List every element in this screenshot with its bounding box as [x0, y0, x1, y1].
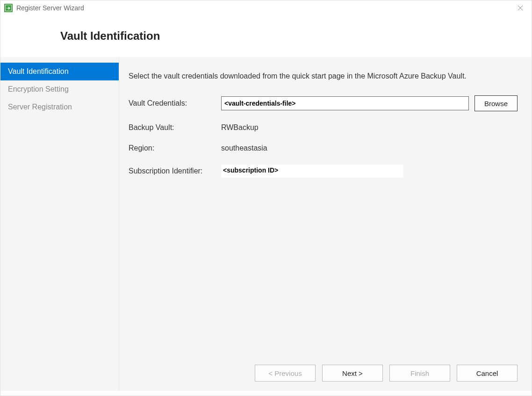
app-icon [4, 4, 13, 12]
sidebar-step-server-registration[interactable]: Server Registration [0, 98, 119, 116]
row-backup-vault: Backup Vault: RWBackup [129, 123, 518, 132]
body-area: Vault Identification Encryption Setting … [0, 57, 532, 391]
label-region: Region: [129, 144, 221, 152]
label-backup-vault: Backup Vault: [129, 123, 221, 132]
next-button[interactable]: Next > [322, 365, 383, 382]
row-vault-credentials: Vault Credentials: Browse [129, 95, 518, 111]
sidebar: Vault Identification Encryption Setting … [0, 57, 119, 391]
header-area: Vault Identification [0, 15, 532, 57]
close-icon[interactable] [513, 0, 528, 15]
sidebar-step-encryption-setting[interactable]: Encryption Setting [0, 80, 119, 98]
value-region: southeastasia [221, 144, 267, 152]
finish-button: Finish [389, 365, 450, 382]
instruction-text: Select the vault credentials downloaded … [129, 71, 493, 81]
value-subscription: <subscription ID> [221, 165, 403, 178]
browse-button[interactable]: Browse [474, 95, 518, 111]
titlebar: Register Server Wizard [0, 0, 532, 15]
label-subscription: Subscription Identifier: [129, 167, 221, 175]
sidebar-step-vault-identification[interactable]: Vault Identification [0, 63, 119, 80]
row-region: Region: southeastasia [129, 144, 518, 152]
label-vault-credentials: Vault Credentials: [129, 99, 221, 108]
button-bar: < Previous Next > Finish Cancel [129, 365, 518, 383]
window-title: Register Server Wizard [16, 4, 84, 12]
content-area: Select the vault credentials downloaded … [119, 57, 532, 391]
page-title: Vault Identification [60, 29, 532, 43]
value-backup-vault: RWBackup [221, 123, 259, 132]
cancel-button[interactable]: Cancel [457, 365, 518, 382]
vault-credentials-input[interactable] [221, 96, 469, 110]
row-subscription: Subscription Identifier: <subscription I… [129, 165, 518, 178]
previous-button: < Previous [255, 365, 316, 382]
